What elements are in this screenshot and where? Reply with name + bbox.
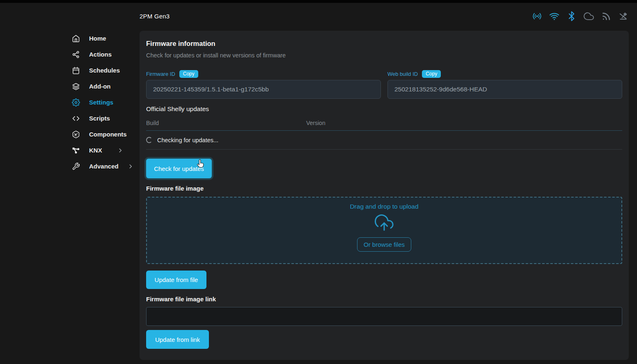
copy-firmware-id-button[interactable]: Copy (179, 70, 198, 78)
knx-network-icon (72, 146, 80, 155)
firmware-id-label: Firmware ID (146, 71, 175, 77)
sidebar-item-addon[interactable]: Add-on (72, 78, 140, 94)
checking-updates-text: Checking for updates... (157, 137, 218, 143)
sidebar-item-label: Home (89, 35, 106, 42)
sidebar-item-actions[interactable]: Actions (72, 46, 140, 62)
sidebar-nav: Home Actions Schedules Add-on (72, 30, 140, 174)
sidebar-item-schedules[interactable]: Schedules (72, 62, 140, 78)
loading-spinner-icon (146, 137, 152, 143)
code-icon (72, 114, 80, 123)
updates-table-header: Build Version (146, 120, 622, 126)
firmware-link-title: Firmware file image link (146, 296, 622, 303)
sidebar-item-knx[interactable]: KNX (72, 142, 140, 158)
wifi-icon[interactable] (549, 11, 560, 22)
page-subtitle: Check for updates or install new version… (146, 52, 622, 59)
rss-icon[interactable] (600, 11, 612, 22)
check-for-updates-button[interactable]: Check for updates (146, 159, 212, 178)
column-header-version: Version (306, 120, 325, 126)
column-header-build: Build (146, 120, 306, 126)
firmware-panel: Firmware information Check for updates o… (140, 31, 629, 360)
sidebar-item-label: Actions (89, 51, 112, 58)
sidebar-item-label: Settings (89, 99, 113, 106)
cloud-upload-icon (375, 214, 394, 232)
page-title: Firmware information (146, 40, 622, 48)
update-from-link-button[interactable]: Update from link (146, 330, 209, 349)
copy-web-build-id-button[interactable]: Copy (422, 70, 441, 78)
calendar-icon (72, 66, 80, 75)
touch-disabled-icon[interactable] (618, 11, 629, 22)
update-from-file-button[interactable]: Update from file (146, 271, 206, 289)
sidebar-item-home[interactable]: Home (72, 30, 140, 46)
sidebar-item-label: Scripts (89, 115, 110, 122)
layers-icon (72, 82, 80, 91)
firmware-id-field-group: Firmware ID Copy (146, 69, 381, 99)
table-row-divider (146, 149, 622, 150)
sidebar-item-label: Advanced (89, 163, 119, 170)
cloud-icon[interactable] (583, 11, 594, 22)
actions-icon (72, 50, 80, 59)
firmware-file-image-title: Firmware file image (146, 185, 622, 192)
status-icon-bar (532, 11, 629, 22)
top-edge-strip (0, 0, 637, 3)
sidebar-item-label: KNX (89, 147, 102, 154)
home-icon (72, 34, 80, 43)
sidebar-item-label: Components (89, 131, 127, 138)
device-title: 2PM Gen3 (140, 13, 170, 20)
web-build-id-field-group: Web build ID Copy (387, 69, 622, 99)
firmware-link-input[interactable] (146, 307, 622, 326)
official-updates-title: Official Shelly updates (146, 105, 622, 113)
firmware-id-input[interactable] (146, 80, 381, 99)
broadcast-icon[interactable] (532, 11, 543, 22)
firmware-dropzone[interactable]: Drag and drop to upload Or browse files (146, 197, 622, 264)
web-build-id-label: Web build ID (387, 71, 418, 77)
browse-files-button[interactable]: Or browse files (357, 237, 411, 252)
bluetooth-icon[interactable] (566, 11, 577, 22)
web-build-id-input[interactable] (387, 80, 622, 99)
sidebar-item-settings[interactable]: Settings (72, 94, 140, 110)
sidebar-item-components[interactable]: Components (72, 126, 140, 142)
checking-updates-row: Checking for updates... (146, 131, 622, 149)
sidebar-item-label: Add-on (89, 83, 110, 90)
sidebar-item-scripts[interactable]: Scripts (72, 110, 140, 126)
components-icon (72, 130, 80, 139)
wrench-icon (72, 162, 80, 171)
gear-icon (72, 98, 80, 107)
dropzone-hint-text: Drag and drop to upload (350, 203, 418, 210)
chevron-right-icon (128, 164, 133, 169)
chevron-right-icon (117, 148, 123, 153)
sidebar-item-label: Schedules (89, 67, 120, 74)
sidebar-item-advanced[interactable]: Advanced (72, 158, 140, 174)
id-fields-row: Firmware ID Copy Web build ID Copy (146, 69, 622, 99)
